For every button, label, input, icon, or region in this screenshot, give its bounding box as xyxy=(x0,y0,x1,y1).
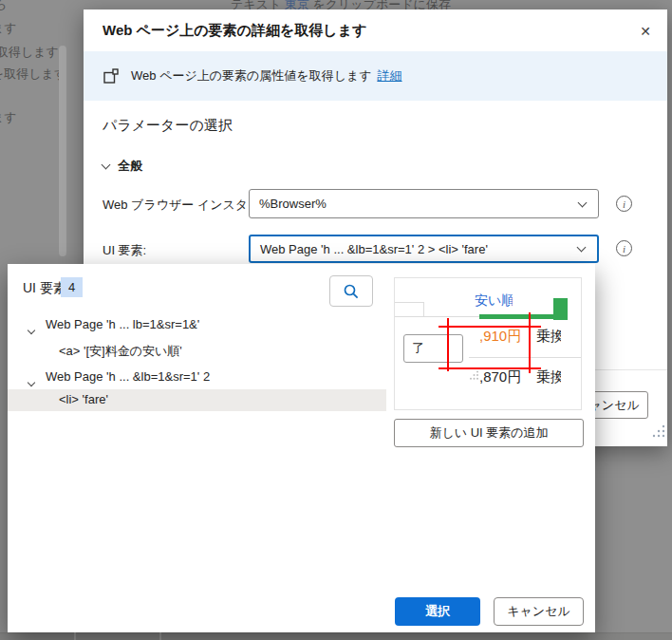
parameters-header: パラメーターの選択 xyxy=(103,117,233,135)
resize-grip-icon[interactable] xyxy=(651,424,666,439)
browser-instance-select[interactable]: %Browser% xyxy=(249,189,599,218)
chevron-down-icon xyxy=(577,243,587,253)
background-text-fragment: ら xyxy=(0,0,7,13)
preview-window-label: 了 xyxy=(412,340,424,357)
element-preview-image: 安い順 ,910円 乗換 了 ,870円 乗換 xyxy=(394,277,582,410)
preview-transfer-text-1: 乗換 xyxy=(536,328,561,345)
picker-cancel-button[interactable]: キャンセル xyxy=(494,597,584,626)
tree-item-fare-label: <li> 'fare' xyxy=(59,390,108,409)
chevron-down-icon xyxy=(28,327,35,334)
section-general-toggle[interactable]: 全般 xyxy=(103,158,142,175)
chevron-down-icon xyxy=(578,198,588,207)
background-text-fragment: ます xyxy=(0,20,17,37)
close-icon[interactable]: ✕ xyxy=(633,19,658,44)
preview-transfer-text-2: 乗換 xyxy=(536,368,561,386)
section-general-label: 全般 xyxy=(118,158,142,175)
preview-fare-price-2: ,870円 xyxy=(479,368,521,386)
tree-item-anchor[interactable]: <a> '[安]料金の安い順' xyxy=(59,342,182,361)
search-icon xyxy=(343,283,360,300)
preview-fare-price-1: ,910円 xyxy=(479,328,521,346)
preview-green-underline xyxy=(479,314,568,319)
banner-description: Web ページ上の要素の属性値を取得します xyxy=(131,67,372,85)
info-icon[interactable]: i xyxy=(616,240,632,256)
element-details-icon xyxy=(103,67,120,85)
banner-details-link[interactable]: 詳細 xyxy=(378,67,402,85)
chevron-down-icon xyxy=(28,379,35,386)
dialog-title: Web ページ上の要素の詳細を取得します xyxy=(103,22,366,40)
chevron-down-icon xyxy=(102,160,111,170)
tree-item-webpage-2[interactable]: Web Page 'h ... &lb=1&sr=1' 2 xyxy=(46,367,210,386)
highlight-crosshair-horizontal xyxy=(439,326,541,328)
preview-separator xyxy=(423,302,424,317)
background-text-fragment: ます xyxy=(0,109,17,126)
browser-instance-value: %Browser% xyxy=(259,197,327,211)
background-scrollbar xyxy=(59,46,66,256)
ui-element-label: UI 要素: xyxy=(103,242,146,259)
highlight-crosshair-vertical xyxy=(529,312,531,373)
info-icon[interactable]: i xyxy=(616,196,632,212)
background-row-divider xyxy=(74,632,76,640)
action-description-banner: Web ページ上の要素の属性値を取得します 詳細 xyxy=(84,51,667,101)
preview-separator xyxy=(469,357,581,358)
screen: テキスト 東京 をクリップボードに保存 ら ます 取得します を取得します ます… xyxy=(0,0,672,640)
select-button[interactable]: 選択 xyxy=(395,597,480,626)
tree-expander[interactable] xyxy=(28,374,34,388)
tree-item-fare-selected[interactable]: <li> 'fare' xyxy=(8,389,386,411)
preview-overlay-window: 了 xyxy=(403,334,463,363)
search-button[interactable] xyxy=(329,275,373,307)
highlight-crosshair-horizontal xyxy=(439,367,541,369)
background-bottom-rows xyxy=(0,632,672,640)
preview-separator xyxy=(395,302,423,303)
picker-header-label: UI 要素 xyxy=(23,280,66,297)
ui-element-value: Web Page 'h ... &lb=1&sr=1' 2 > <li> 'fa… xyxy=(260,242,488,256)
preview-sort-link-text: 安い順 xyxy=(475,292,513,310)
background-row-divider xyxy=(159,632,161,640)
tree-expander[interactable] xyxy=(28,322,34,336)
add-ui-element-button[interactable]: 新しい UI 要素の追加 xyxy=(394,419,584,447)
background-text-fragment: 取得します xyxy=(0,44,59,61)
resize-grip-icon xyxy=(469,370,479,381)
tree-item-webpage-1[interactable]: Web Page 'h ... lb=1&sr=1&' xyxy=(46,315,199,334)
element-count-badge: 4 xyxy=(61,277,83,297)
ui-element-select[interactable]: Web Page 'h ... &lb=1&sr=1' 2 > <li> 'fa… xyxy=(249,235,599,263)
preview-separator xyxy=(395,316,479,317)
background-text-fragment: を取得します xyxy=(0,66,66,83)
ui-element-picker-popup: UI 要素 4 Web Page 'h ... lb=1&sr=1&' <a> … xyxy=(8,264,595,632)
